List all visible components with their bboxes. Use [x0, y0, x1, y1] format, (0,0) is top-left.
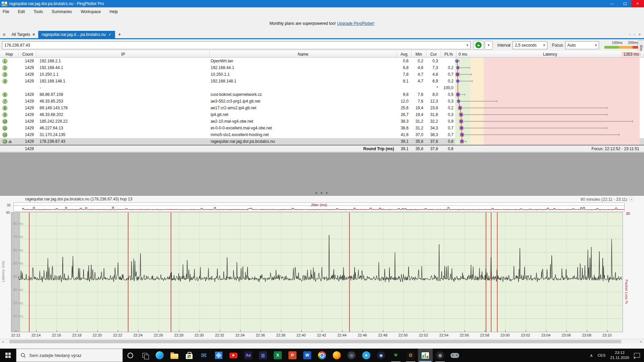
language-indicator[interactable]: CES — [598, 353, 606, 357]
excel-icon[interactable]: X — [270, 349, 285, 362]
youtube-icon[interactable] — [226, 349, 241, 362]
cell-count — [19, 84, 37, 91]
word-icon[interactable]: W — [300, 349, 315, 362]
after-effects-icon[interactable]: Ae — [241, 349, 256, 362]
chevron-right-icon[interactable]: › — [634, 32, 635, 37]
menu-help[interactable]: Help — [110, 9, 118, 14]
minimize-button[interactable] — [606, 0, 619, 7]
cell-ip: 192.168.148.1 — [37, 78, 210, 84]
menu-edit[interactable]: Edit — [18, 9, 25, 14]
app-circle-icon-glyph: ◎ — [347, 351, 356, 359]
action-center-icon[interactable] — [634, 353, 640, 358]
chevron-left-icon[interactable]: ‹ — [629, 32, 631, 37]
chrome-icon[interactable] — [315, 349, 329, 362]
menu-summaries[interactable]: Summaries — [52, 9, 72, 14]
hop-number-badge: 10 — [2, 119, 7, 124]
powerpoint-icon[interactable]: P — [285, 349, 300, 362]
cell-ip: 46.33.85.253 — [37, 98, 210, 105]
play-icon: ▶ — [475, 42, 482, 48]
cell-name — [210, 84, 397, 91]
cell-avg: 41,6 — [397, 131, 412, 138]
pingplotter-icon[interactable] — [418, 349, 433, 362]
task-view-icon[interactable] — [138, 349, 152, 362]
cell-cur: 32,2 — [426, 118, 441, 125]
menu-file[interactable]: File — [3, 9, 9, 14]
firefox-icon[interactable] — [329, 349, 344, 362]
cell-count: 1429 — [19, 138, 37, 145]
timeline-title: ragequitar.nar.jag.dor.pa.brutalcs.nu (1… — [25, 197, 132, 201]
chevron-down-icon[interactable]: ▾ — [629, 197, 634, 202]
col-header-ip[interactable]: IP — [37, 51, 210, 57]
pane-splitter-handle[interactable]: ● ● ● — [0, 191, 644, 195]
cell-pl: 0,9 — [441, 118, 457, 125]
time-tick-label: 22:52 — [418, 333, 429, 337]
scroll-right-icon[interactable]: ▸ — [640, 340, 642, 343]
cell-hop: 12 — [0, 131, 19, 138]
close-button[interactable]: × — [631, 0, 644, 7]
target-address-combobox[interactable]: 178.236.67.43 ▾ — [2, 41, 471, 49]
file-explorer-icon[interactable] — [167, 349, 182, 362]
trace-options-dropdown[interactable]: ▾ — [485, 41, 493, 50]
cell-avg — [397, 84, 412, 91]
trace-table-header: Hop Count IP Name Avg Min Cur PL% 0 ms L… — [0, 51, 644, 58]
menu-tools[interactable]: Tools — [34, 9, 43, 14]
col-header-avg[interactable]: Avg — [397, 51, 412, 57]
interval-combobox[interactable]: 2,5 seconds ▾ — [513, 41, 547, 49]
clock[interactable]: 23:12 21.11.2020 — [610, 350, 629, 360]
round-trip-avg: 39,1 — [397, 145, 412, 152]
maximize-button[interactable] — [619, 0, 631, 7]
col-header-cur[interactable]: Cur — [426, 51, 441, 57]
new-tab-button[interactable]: + — [115, 32, 124, 38]
start-button[interactable] — [0, 349, 16, 362]
app-circle-icon[interactable]: ◎ — [344, 349, 359, 362]
focus-combobox[interactable]: Auto ▾ — [565, 41, 599, 49]
dropdown-arrow-icon[interactable]: ▾ — [592, 43, 597, 47]
mail-icon[interactable]: ✉ — [197, 349, 211, 362]
latency-timeline-chart[interactable]: 10 ms20 ms30 ms40 ms50 ms60 ms70 ms80 ms — [11, 212, 623, 332]
edge-icon[interactable] — [152, 349, 167, 362]
time-tick-label: 22:12 — [11, 333, 21, 337]
telegram-icon[interactable]: ➤ — [359, 349, 374, 362]
tab-all-targets[interactable]: All Targets × — [8, 31, 38, 38]
video-app-icon[interactable]: ▥ — [256, 349, 270, 362]
tray-chevron-up-icon[interactable]: ∧ — [590, 353, 593, 358]
menu-workspace[interactable]: Workspace — [81, 9, 101, 14]
audio-app-icon[interactable]: Ω — [403, 349, 418, 362]
scroll-left-icon[interactable]: ◂ — [2, 340, 4, 343]
chevron-down-icon[interactable]: ▾ — [639, 32, 641, 37]
cell-name: 192.168.148.1 — [210, 78, 397, 84]
chrome-icon-glyph — [318, 351, 326, 359]
upgrade-link[interactable]: Upgrade PingPlotter! — [337, 21, 374, 26]
tab-active-target[interactable]: ragequitar.nar.jag.d....pa.brutalcs.nu ✓ — [38, 31, 115, 38]
horizontal-scrollbar[interactable]: ◂ ▸ — [0, 339, 644, 344]
cell-min: 7,6 — [412, 98, 426, 105]
col-header-pl[interactable]: PL% — [441, 51, 457, 57]
cell-count: 1429 — [19, 111, 37, 118]
start-trace-button[interactable]: ▶ — [473, 41, 484, 50]
store-icon[interactable] — [182, 349, 197, 362]
col-header-name[interactable]: Name — [210, 51, 397, 57]
latency-axis-max-label: 90 — [2, 210, 10, 215]
dropdown-arrow-icon[interactable]: ▾ — [464, 43, 468, 47]
scrollbar-thumb[interactable] — [9, 340, 621, 343]
col-header-min[interactable]: Min — [412, 51, 426, 57]
cell-pl: 0,2 — [441, 105, 457, 111]
cell-hop: 9 — [0, 111, 19, 118]
time-scale-control[interactable]: 60 minutes (22:11 - 23:11) ▾ — [581, 197, 634, 202]
window-title: ragequitar.nar.jag.dor.pa.brutalcs.nu - … — [9, 1, 104, 6]
razer-icon[interactable]: Ψ — [388, 349, 403, 362]
col-header-hop[interactable]: Hop — [0, 51, 19, 57]
taskbar-search-input[interactable]: Sem zadejte hledaný výraz — [16, 349, 123, 362]
obs-icon[interactable]: ◍ — [433, 349, 447, 362]
timeline-panel: ragequitar.nar.jag.dor.pa.brutalcs.nu (1… — [0, 195, 644, 349]
cell-min: 7,6 — [412, 91, 426, 98]
dropdown-arrow-icon[interactable]: ▾ — [541, 43, 545, 47]
close-tab-icon[interactable]: × — [33, 32, 35, 37]
photos-icon[interactable] — [211, 349, 226, 362]
cell-name: et-0-0-0-excellent.mal-vg4.obe.net — [210, 125, 397, 131]
steam-icon[interactable]: ◉ — [374, 349, 388, 362]
cortana-icon[interactable] — [123, 349, 138, 362]
game-controller-icon[interactable] — [447, 349, 462, 362]
tab-menu-icon[interactable]: ≡ — [0, 32, 8, 38]
col-header-count[interactable]: Count — [19, 51, 37, 57]
